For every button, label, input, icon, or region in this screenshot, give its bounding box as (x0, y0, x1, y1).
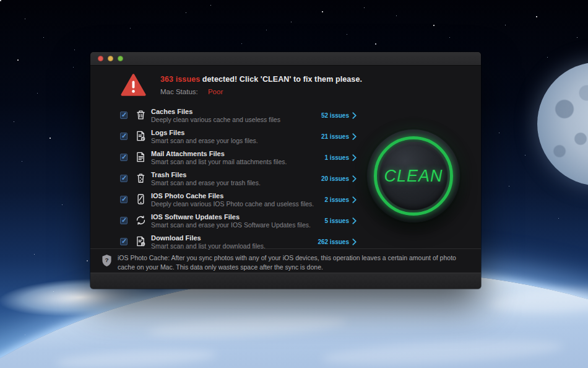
issues-total: 363 issues (160, 75, 200, 84)
issues-count: 1 issues (325, 154, 349, 161)
log-doc-icon (135, 130, 147, 142)
question-shield-icon: ? (102, 253, 112, 270)
issues-link[interactable]: 5 issues (325, 217, 357, 224)
window-titlebar (90, 52, 481, 66)
download-doc-icon (135, 235, 147, 248)
category-list: Caches Files Deeply clean various cache … (120, 105, 357, 252)
chevron-right-icon (352, 175, 357, 182)
svg-text:?: ? (105, 256, 108, 263)
chevron-right-icon (352, 133, 357, 140)
zoom-button[interactable] (118, 56, 123, 61)
mac-status: Mac Status: Poor (160, 88, 362, 95)
category-row[interactable]: IOS Software Updates Files Smart scan an… (120, 210, 357, 231)
category-checkbox[interactable] (120, 133, 128, 140)
category-row[interactable]: IOS Photo Cache Files Deeply clean vario… (120, 189, 357, 210)
issues-link[interactable]: 1 issues (325, 154, 357, 161)
alert-message: 363 issues detected! Click 'CLEAN' to fi… (160, 75, 362, 84)
moon (537, 62, 588, 186)
issues-count: 5 issues (325, 217, 349, 224)
app-window: 363 issues detected! Click 'CLEAN' to fi… (90, 52, 481, 289)
issues-count: 20 issues (321, 175, 349, 182)
phone-icon (135, 193, 147, 206)
category-desc: Deeply clean various cache and useless f… (151, 116, 280, 123)
starfield-bright (0, 0, 1, 1)
chevron-right-icon (352, 239, 357, 245)
close-button[interactable] (98, 56, 103, 61)
category-checkbox[interactable] (120, 238, 128, 245)
trash-alt-icon (135, 172, 147, 185)
issues-count: 52 issues (321, 112, 349, 119)
doc-icon (135, 151, 147, 164)
issues-link[interactable]: 52 issues (321, 112, 357, 119)
category-checkbox[interactable] (120, 217, 128, 224)
chevron-right-icon (352, 196, 357, 203)
footer-note: iOS Photo Cache: After you sync photos w… (118, 253, 472, 272)
category-name: Trash Files (151, 171, 261, 178)
space-background: 363 issues detected! Click 'CLEAN' to fi… (0, 0, 588, 368)
chevron-right-icon (352, 154, 357, 161)
issues-count: 2 issues (325, 196, 349, 203)
category-row[interactable]: Mail Attachments Files Smart scan and li… (120, 147, 357, 168)
category-name: Caches Files (151, 108, 280, 115)
category-checkbox[interactable] (120, 154, 128, 161)
issues-link[interactable]: 262 issues (318, 239, 357, 245)
category-row[interactable]: Caches Files Deeply clean various cache … (120, 105, 357, 126)
window-bottom-bar (90, 273, 481, 289)
clean-button[interactable]: CLEAN (367, 129, 460, 222)
category-checkbox[interactable] (120, 112, 128, 119)
category-desc: Deeply clean various IOS Photo cache and… (151, 200, 314, 208)
issues-link[interactable]: 20 issues (321, 175, 357, 182)
category-desc: Smart scan and erase your logs files. (151, 137, 258, 144)
issues-link[interactable]: 21 issues (321, 133, 357, 140)
chevron-right-icon (352, 217, 357, 224)
category-name: Mail Attachments Files (151, 150, 287, 157)
category-desc: Smart scan and erase your trash files. (151, 179, 261, 186)
category-name: IOS Software Updates Files (151, 213, 311, 221)
minimize-button[interactable] (108, 56, 113, 61)
category-name: IOS Photo Cache Files (151, 192, 314, 199)
status-header: 363 issues detected! Click 'CLEAN' to fi… (90, 66, 481, 99)
category-checkbox[interactable] (120, 175, 128, 182)
category-desc: Smart scan and list your mail attachment… (151, 158, 287, 165)
category-desc: Smart scan and erase your IOS Software U… (151, 221, 311, 229)
clean-button-label: CLEAN (384, 167, 443, 186)
alert-text: detected! Click 'CLEAN' to fix them plea… (202, 75, 362, 84)
category-row[interactable]: Logs Files Smart scan and erase your log… (120, 126, 357, 147)
issues-count: 21 issues (321, 133, 349, 140)
trash-icon (135, 109, 147, 121)
category-name: Download Files (151, 234, 266, 242)
mac-status-label: Mac Status: (160, 88, 198, 95)
refresh-icon (135, 214, 147, 227)
chevron-right-icon (352, 112, 357, 119)
issues-link[interactable]: 2 issues (325, 196, 357, 203)
mac-status-value: Poor (208, 88, 223, 95)
info-footer: ? iOS Photo Cache: After you sync photos… (90, 248, 481, 272)
warning-triangle-icon (121, 73, 146, 99)
category-row[interactable]: Trash Files Smart scan and erase your tr… (120, 168, 357, 189)
category-name: Logs Files (151, 129, 258, 136)
issues-count: 262 issues (318, 239, 349, 245)
category-checkbox[interactable] (120, 196, 128, 203)
